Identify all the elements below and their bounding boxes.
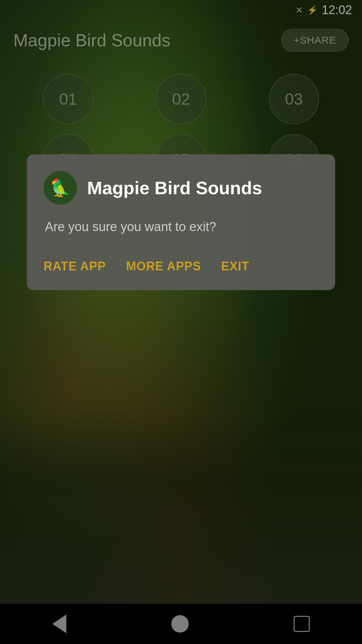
dialog-app-icon: 🦜 [44, 171, 77, 205]
more-apps-button[interactable]: MORE APPS [126, 256, 201, 277]
rate-app-button[interactable]: RATE APP [44, 256, 106, 277]
dialog-message: Are you sure you want to exit? [44, 218, 318, 236]
dialog-header: 🦜 Magpie Bird Sounds [44, 171, 318, 205]
exit-dialog: 🦜 Magpie Bird Sounds Are you sure you wa… [27, 154, 335, 290]
dialog-overlay: 🦜 Magpie Bird Sounds Are you sure you wa… [0, 0, 362, 644]
dialog-icon-emoji: 🦜 [50, 178, 71, 198]
dialog-buttons: RATE APP MORE APPS EXIT [44, 256, 318, 277]
dialog-app-title: Magpie Bird Sounds [87, 177, 262, 198]
exit-button[interactable]: EXIT [221, 256, 249, 277]
